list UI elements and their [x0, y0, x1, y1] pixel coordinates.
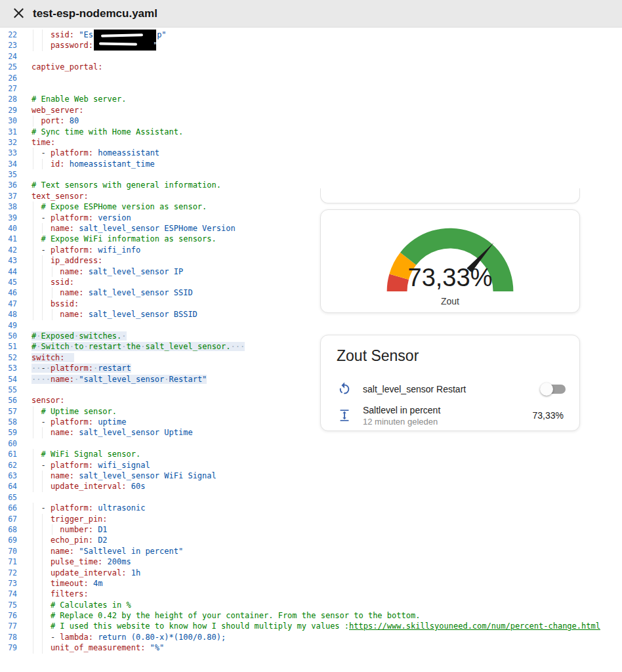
code-line[interactable]: 49 [0, 320, 622, 331]
code-line[interactable]: 65 [0, 492, 622, 503]
close-icon[interactable] [13, 8, 24, 19]
line-number[interactable]: 34 [0, 159, 17, 169]
line-number[interactable]: 65 [0, 492, 17, 503]
line-number[interactable]: 30 [0, 116, 17, 126]
code-line[interactable]: 27 [0, 83, 622, 94]
line-number[interactable]: 57 [0, 406, 17, 417]
code-line[interactable]: 32time: [0, 137, 622, 148]
line-number[interactable]: 64 [0, 481, 17, 492]
entity-row-saltlevel[interactable]: Saltlevel in percent 12 minuten geleden … [337, 402, 569, 429]
line-number[interactable]: 61 [0, 449, 17, 459]
line-number[interactable]: 49 [0, 320, 17, 331]
line-number[interactable]: 50 [0, 331, 17, 341]
code-line[interactable]: 79unit_of_measurement: "%" [0, 642, 622, 653]
line-number[interactable]: 22 [0, 30, 17, 40]
entity-name[interactable]: salt_level_sensor Restart [363, 384, 538, 394]
code-line[interactable]: 31# Sync time with Home Assistant. [0, 127, 622, 137]
line-number[interactable]: 62 [0, 460, 17, 471]
code-line[interactable]: 30port: 80 [0, 116, 622, 126]
code-line[interactable]: 28# Enable Web server. [0, 94, 622, 104]
line-number[interactable]: 43 [0, 255, 17, 266]
line-number[interactable]: 27 [0, 83, 17, 94]
line-number[interactable]: 35 [0, 169, 17, 180]
line-number[interactable]: 56 [0, 395, 17, 406]
line-number[interactable]: 72 [0, 568, 17, 578]
line-number[interactable]: 53 [0, 363, 17, 373]
line-number[interactable]: 44 [0, 266, 17, 277]
line-number[interactable]: 74 [0, 589, 17, 599]
line-number[interactable]: 60 [0, 438, 17, 449]
code-line[interactable]: 74filters: [0, 589, 622, 599]
code-line[interactable]: 71pulse_time: 200ms [0, 556, 622, 567]
line-number[interactable]: 78 [0, 632, 17, 642]
code-line[interactable]: 70name: "Saltlevel in percent" [0, 546, 622, 556]
gauge-card[interactable]: 73,33% Zout [320, 209, 580, 313]
line-number[interactable]: 71 [0, 556, 17, 567]
code-line[interactable]: 25captive_portal: [0, 62, 622, 72]
code-line[interactable]: 29web_server: [0, 105, 622, 116]
code-line[interactable]: 75# Calculates in % [0, 600, 622, 610]
code-line[interactable]: 61# WiFi Signal sensor. [0, 449, 622, 459]
line-number[interactable]: 26 [0, 73, 17, 83]
line-number[interactable]: 33 [0, 148, 17, 158]
code-line[interactable]: 66- platform: ultrasonic [0, 503, 622, 513]
code-line[interactable]: 63name: salt_level_sensor WiFi Signal [0, 471, 622, 481]
line-number[interactable]: 54 [0, 374, 17, 385]
code-line[interactable]: 76# Replace 0.42 by the height of your c… [0, 610, 622, 621]
line-number[interactable]: 39 [0, 213, 17, 223]
line-number[interactable]: 38 [0, 201, 17, 212]
entity-row-restart[interactable]: salt_level_sensor Restart [337, 376, 569, 402]
line-number[interactable]: 41 [0, 234, 17, 244]
line-number[interactable]: 79 [0, 642, 17, 653]
line-number[interactable]: 59 [0, 427, 17, 438]
line-number[interactable]: 55 [0, 385, 17, 395]
line-number[interactable]: 28 [0, 94, 17, 104]
code-line[interactable]: 62- platform: wifi_signal [0, 460, 622, 471]
code-line[interactable]: 78- lambda: return (0.80-x)*(100/0.80); [0, 632, 622, 642]
indent-guide [41, 255, 50, 266]
line-number[interactable]: 52 [0, 352, 17, 363]
code-line[interactable]: 73timeout: 4m [0, 578, 622, 589]
line-number[interactable]: 66 [0, 503, 17, 513]
code-line[interactable]: 72update_interval: 1h [0, 568, 622, 578]
line-number[interactable]: 76 [0, 610, 17, 621]
line-number[interactable]: 46 [0, 287, 17, 298]
line-number[interactable]: 51 [0, 341, 17, 352]
code-line[interactable]: 67trigger_pin: [0, 514, 622, 524]
line-number[interactable]: 69 [0, 535, 17, 545]
line-number[interactable]: 68 [0, 524, 17, 535]
line-number[interactable]: 73 [0, 578, 17, 589]
line-number[interactable]: 24 [0, 51, 17, 62]
line-number[interactable]: 23 [0, 40, 17, 51]
line-number[interactable]: 25 [0, 62, 17, 72]
code-line[interactable]: 68number: D1 [0, 524, 622, 535]
line-number[interactable]: 77 [0, 621, 17, 631]
line-number[interactable]: 42 [0, 245, 17, 255]
code-line[interactable]: 64update_interval: 60s [0, 481, 622, 492]
code-line[interactable]: 24 [0, 51, 622, 62]
line-number[interactable]: 37 [0, 191, 17, 201]
entity-name[interactable]: Saltlevel in percent 12 minuten geleden [363, 405, 533, 427]
code-line[interactable]: 69echo_pin: D2 [0, 535, 622, 545]
line-number[interactable]: 75 [0, 600, 17, 610]
line-number[interactable]: 31 [0, 127, 17, 137]
line-number[interactable]: 63 [0, 471, 17, 481]
line-number[interactable]: 29 [0, 105, 17, 116]
line-number[interactable]: 32 [0, 137, 17, 148]
line-number[interactable]: 48 [0, 309, 17, 320]
line-number[interactable]: 47 [0, 299, 17, 309]
toggle-thumb [540, 383, 553, 396]
code-line[interactable]: 33- platform: homeassistant [0, 148, 622, 158]
line-number[interactable]: 36 [0, 180, 17, 190]
code-line[interactable]: 60 [0, 438, 622, 449]
code-line[interactable]: 26 [0, 73, 622, 83]
code-line[interactable]: 77# I used this website to know how I sh… [0, 621, 622, 631]
line-number[interactable]: 70 [0, 546, 17, 556]
code-line[interactable]: 34id: homeassistant_time [0, 159, 622, 169]
line-number[interactable]: 67 [0, 514, 17, 524]
code-line[interactable]: 35 [0, 169, 622, 180]
line-number[interactable]: 40 [0, 223, 17, 234]
toggle-switch[interactable] [538, 381, 569, 397]
line-number[interactable]: 58 [0, 417, 17, 427]
line-number[interactable]: 45 [0, 277, 17, 287]
